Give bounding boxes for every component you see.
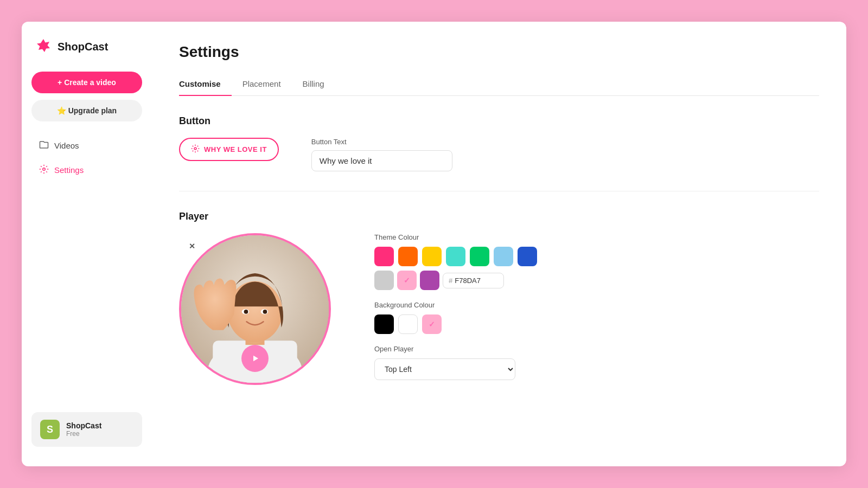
sidebar-item-settings[interactable]: Settings [31,159,142,181]
sidebar-item-videos[interactable]: Videos [31,134,142,157]
player-section: ✕ [179,233,819,396]
svg-marker-11 [253,356,258,362]
swatch-grey[interactable] [374,271,394,290]
logo-text: ShopCast [58,41,108,53]
play-button[interactable] [241,345,269,372]
hex-input[interactable] [455,277,498,285]
open-player-label: Open Player [374,345,537,353]
swatch-yellow[interactable] [422,247,442,266]
hex-symbol: # [449,277,452,285]
bg-swatches [374,314,537,334]
svg-point-9 [244,310,248,314]
page-title: Settings [179,43,819,61]
background-colour-label: Background Colour [374,301,537,309]
sidebar-nav: Videos Settings [22,134,152,181]
player-controls: Theme Colour [374,233,537,380]
main-content: Settings Customise Placement Billing But… [152,22,846,466]
sidebar-item-settings-label: Settings [54,165,84,175]
bg-swatch-white[interactable] [398,314,418,334]
swatch-blue[interactable] [518,247,537,266]
button-text-input[interactable] [311,150,452,171]
svg-point-0 [43,168,46,171]
logo-area: ShopCast [22,38,152,72]
theme-colour-label: Theme Colour [374,233,537,241]
sidebar-bottom: S ShopCast Free [22,403,152,455]
gear-icon [39,164,49,176]
bg-swatch-pink[interactable] [422,314,442,334]
swatch-purple[interactable] [420,271,439,290]
button-section: WHY WE LOVE IT Button Text [179,138,819,171]
tab-placement[interactable]: Placement [242,74,292,96]
hex-input-group: # [443,273,504,288]
folder-icon [39,140,49,151]
player-preview: ✕ [179,233,342,396]
shopify-card: S ShopCast Free [31,412,142,447]
theme-colour-group: Theme Colour [374,233,537,290]
upgrade-plan-button[interactable]: ⭐ Upgrade plan [31,100,142,121]
tab-billing[interactable]: Billing [303,74,335,96]
shopify-plan: Free [66,430,101,438]
shopify-info: ShopCast Free [66,421,101,438]
preview-button-gear-icon [191,144,200,155]
colour-input-row: # [374,271,537,290]
background-colour-group: Background Colour [374,301,537,334]
swatch-light-blue[interactable] [494,247,513,266]
swatch-orange[interactable] [398,247,418,266]
player-section-title: Player [179,211,819,222]
shopify-icon: S [40,420,60,439]
button-text-label: Button Text [311,138,452,146]
shopcast-logo-icon [35,38,52,55]
preview-button-label: WHY WE LOVE IT [204,145,267,153]
preview-button[interactable]: WHY WE LOVE IT [179,138,279,161]
open-player-select[interactable]: Top Left Top Right Bottom Left Bottom Ri… [374,358,515,380]
sidebar: ShopCast + Create a video ⭐ Upgrade plan… [22,22,152,466]
close-button[interactable]: ✕ [184,239,200,254]
open-player-group: Open Player Top Left Top Right Bottom Le… [374,345,537,380]
swatch-pink[interactable] [374,247,394,266]
sidebar-item-videos-label: Videos [54,141,79,150]
create-video-button[interactable]: + Create a video [31,72,142,93]
button-section-title: Button [179,115,819,127]
bg-swatch-black[interactable] [374,314,394,334]
tab-customise[interactable]: Customise [179,74,232,96]
theme-colour-swatches [374,247,537,266]
swatch-pink-check[interactable] [397,271,417,290]
svg-point-1 [194,147,196,150]
swatch-green[interactable] [470,247,489,266]
svg-point-10 [263,310,267,314]
button-text-group: Button Text [311,138,452,171]
tabs: Customise Placement Billing [179,74,819,96]
section-divider [179,191,819,191]
shopify-name: ShopCast [66,421,101,430]
player-circle [179,233,331,385]
swatch-teal[interactable] [446,247,465,266]
